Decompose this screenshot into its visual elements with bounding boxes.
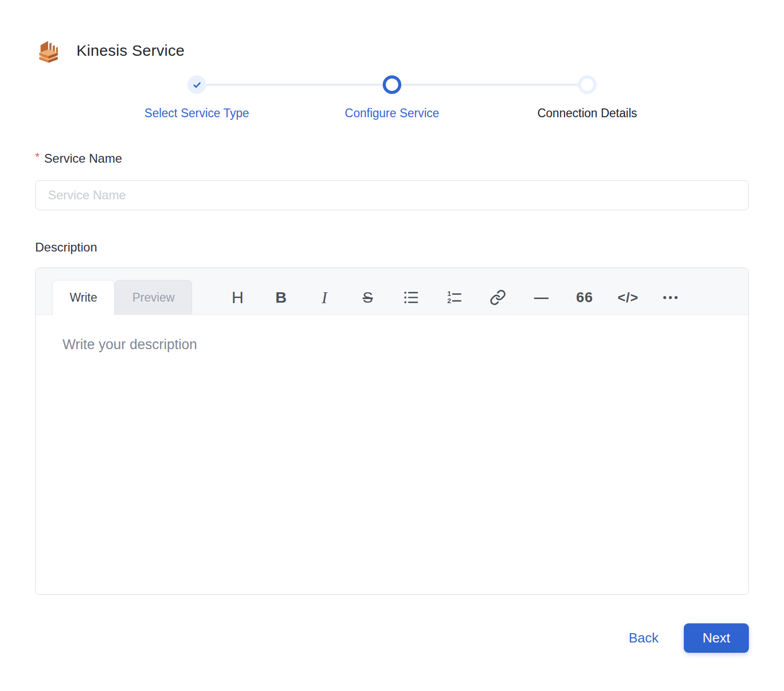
link-icon[interactable] <box>476 282 520 313</box>
step-select-service-type[interactable]: Select Service Type <box>99 75 294 120</box>
next-button[interactable]: Next <box>684 623 749 653</box>
more-options-icon[interactable]: ••• <box>650 282 693 313</box>
service-name-input[interactable] <box>35 180 749 210</box>
step-upcoming-circle-icon <box>578 75 597 94</box>
ordered-list-icon[interactable]: 1 2 <box>433 282 476 313</box>
svg-text:1: 1 <box>447 290 451 297</box>
unordered-list-icon[interactable] <box>389 282 433 313</box>
code-icon[interactable]: </> <box>606 282 650 313</box>
bold-icon[interactable]: B <box>259 282 303 313</box>
step-completed-check-icon <box>187 75 206 94</box>
service-name-label: *Service Name <box>35 150 749 166</box>
kinesis-service-wizard: Kinesis Service Select Service Type Conf… <box>0 0 784 691</box>
back-button[interactable]: Back <box>629 630 658 646</box>
required-marker: * <box>35 150 40 163</box>
editor-tabs: Write Preview <box>52 280 192 315</box>
heading-icon[interactable]: H <box>216 282 259 313</box>
step-active-circle-icon <box>383 75 401 94</box>
step-configure-service[interactable]: Configure Service <box>294 75 490 120</box>
editor-body <box>36 315 748 594</box>
svg-text:2: 2 <box>447 297 451 305</box>
horizontal-rule-icon[interactable]: — <box>520 282 563 313</box>
step-label: Select Service Type <box>145 106 249 120</box>
tab-preview[interactable]: Preview <box>115 280 192 315</box>
header: Kinesis Service <box>0 0 784 65</box>
strikethrough-icon[interactable]: S <box>346 282 389 313</box>
stepper: Select Service Type Configure Service Co… <box>99 75 685 120</box>
step-connection-details[interactable]: Connection Details <box>490 75 685 120</box>
formatting-tools: H B I S <box>216 280 748 315</box>
editor-toolbar: Write Preview H B I S <box>36 268 748 315</box>
italic-icon[interactable]: I <box>303 282 346 313</box>
form-content: *Service Name Description Write Preview … <box>0 150 784 595</box>
step-label: Connection Details <box>537 106 637 120</box>
kinesis-logo-icon <box>35 36 62 65</box>
quote-icon[interactable]: 66 <box>563 282 606 313</box>
wizard-actions: Back Next <box>0 623 784 653</box>
tab-write[interactable]: Write <box>52 280 115 315</box>
description-textarea[interactable] <box>36 315 748 594</box>
description-editor: Write Preview H B I S <box>35 268 749 595</box>
page-title: Kinesis Service <box>76 42 185 59</box>
service-name-label-text: Service Name <box>44 151 122 165</box>
description-label: Description <box>35 240 749 255</box>
step-label: Configure Service <box>345 106 440 120</box>
